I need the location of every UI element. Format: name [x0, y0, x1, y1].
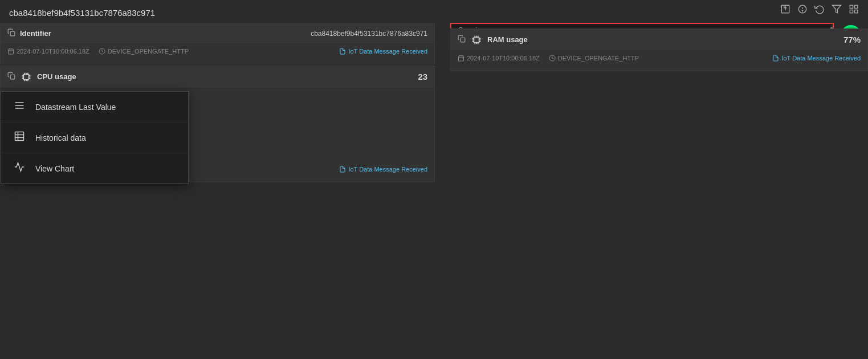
identifier-card-header: Identifier cba8418bef9b4f53131bc7876a83c… [1, 24, 434, 43]
svg-rect-18 [23, 74, 28, 79]
right-panel: RAM usage 77% 2024-07-10T10:00:06.18Z DE… [450, 28, 868, 359]
svg-rect-8 [850, 10, 853, 13]
historical-data-label: Historical data [35, 133, 86, 142]
svg-marker-5 [833, 5, 841, 13]
identifier-source: DEVICE_OPENGATE_HTTP [99, 48, 189, 55]
svg-rect-11 [10, 31, 15, 36]
list-icon [13, 100, 26, 114]
svg-rect-7 [855, 5, 858, 8]
svg-rect-6 [850, 5, 853, 8]
ram-iot-link[interactable]: IoT Data Message Received [772, 55, 861, 62]
ram-copy-icon[interactable] [458, 35, 466, 44]
cpu-card: CPU usage 23 Datastream Last Value [0, 66, 435, 182]
svg-rect-57 [459, 56, 464, 61]
view-chart-item[interactable]: View Chart [1, 153, 188, 183]
identifier-meta: 2024-07-10T10:00:06.18Z DEVICE_OPENGATE_… [7, 48, 427, 55]
cpu-value: 23 [418, 72, 427, 81]
ram-chip-icon [470, 34, 482, 45]
ram-card-header: RAM usage 77% [451, 29, 867, 50]
filter-icon[interactable] [832, 4, 842, 17]
svg-rect-9 [855, 10, 858, 13]
ram-card-body: 2024-07-10T10:00:06.18Z DEVICE_OPENGATE_… [451, 50, 867, 71]
alert-icon[interactable] [797, 4, 808, 17]
identifier-value: cba8418bef9b4f53131bc7876a83c971 [311, 30, 427, 38]
identifier-card-body: 2024-07-10T10:00:06.18Z DEVICE_OPENGATE_… [1, 43, 434, 64]
svg-point-4 [802, 10, 802, 11]
refresh-icon[interactable] [814, 4, 825, 17]
ram-card: RAM usage 77% 2024-07-10T10:00:06.18Z DE… [450, 28, 868, 71]
device-title: cba8418bef9b4f53131bc7876a83c971 [0, 0, 435, 23]
ram-value: 77% [843, 35, 861, 44]
cpu-copy-icon[interactable] [7, 72, 15, 81]
view-chart-label: View Chart [35, 164, 74, 173]
cpu-iot-link[interactable]: IoT Data Message Received [339, 166, 427, 173]
layout-icon[interactable] [849, 4, 859, 17]
table-icon [13, 130, 26, 145]
ram-source: DEVICE_OPENGATE_HTTP [549, 55, 639, 62]
identifier-title: Identifier [20, 29, 311, 38]
svg-rect-12 [9, 49, 14, 54]
datastream-last-value-item[interactable]: Datastream Last Value [1, 92, 188, 123]
copy-icon[interactable] [7, 28, 15, 38]
datastream-label: Datastream Last Value [35, 103, 116, 112]
cpu-title: CPU usage [37, 72, 418, 81]
chart-icon [13, 161, 26, 176]
historical-data-item[interactable]: Historical data [1, 123, 188, 153]
identifier-card: Identifier cba8418bef9b4f53131bc7876a83c… [0, 23, 435, 64]
identifier-iot-link[interactable]: IoT Data Message Received [339, 48, 427, 55]
svg-rect-44 [474, 37, 479, 42]
cpu-dropdown-menu: Datastream Last Value Historical data [1, 91, 189, 184]
identifier-timestamp: 2024-07-10T10:00:06.18Z [7, 48, 89, 55]
chip-icon [20, 71, 31, 82]
svg-rect-34 [15, 132, 24, 141]
cpu-card-header: CPU usage 23 [1, 66, 434, 87]
top-bar [780, 0, 868, 21]
svg-rect-43 [461, 38, 465, 42]
export-icon[interactable] [780, 4, 790, 17]
svg-rect-17 [10, 75, 15, 79]
left-panel: cba8418bef9b4f53131bc7876a83c971 Identif… [0, 0, 435, 359]
ram-title: RAM usage [487, 35, 843, 44]
ram-meta: 2024-07-10T10:00:06.18Z DEVICE_OPENGATE_… [458, 55, 861, 62]
ram-timestamp: 2024-07-10T10:00:06.18Z [458, 55, 540, 62]
